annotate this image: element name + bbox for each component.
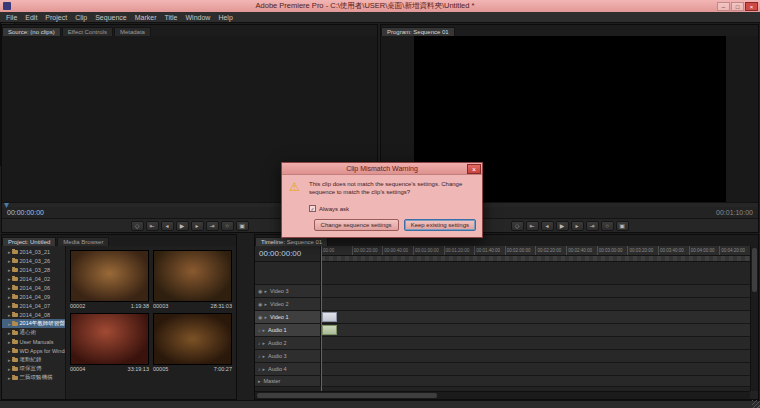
track-content[interactable]: [321, 311, 750, 323]
bin-tree-item[interactable]: WD Apps for Windows: [2, 346, 65, 355]
twirl-icon[interactable]: [8, 285, 11, 291]
collapse-track-icon[interactable]: [264, 288, 267, 294]
track-header[interactable]: Audio 4: [255, 363, 321, 375]
collapse-track-icon[interactable]: [264, 314, 267, 320]
bin-tree-item[interactable]: 通心術: [2, 328, 65, 337]
resize-grip-icon[interactable]: [752, 400, 760, 408]
track-row-video-2[interactable]: Video 2: [255, 298, 750, 311]
tab-project[interactable]: Project: Untitled: [2, 237, 56, 246]
minimize-button[interactable]: –: [717, 2, 730, 11]
menu-help[interactable]: Help: [214, 14, 236, 21]
twirl-icon[interactable]: [8, 267, 11, 273]
clip-thumbnail[interactable]: [70, 313, 149, 365]
track-row-video-3[interactable]: Video 3: [255, 285, 750, 298]
bin-tree-item[interactable]: 2014_04_08: [2, 310, 65, 319]
bin-tree-item[interactable]: 2014_04_06: [2, 283, 65, 292]
toggle-track-output-icon[interactable]: [258, 314, 262, 320]
toggle-track-output-icon[interactable]: [258, 301, 262, 307]
clip-item[interactable]: 00003 28:31:03: [153, 250, 232, 309]
twirl-icon[interactable]: [8, 348, 11, 354]
toggle-track-mute-icon[interactable]: [258, 340, 261, 346]
bin-tree-item[interactable]: 2014_04_09: [2, 292, 65, 301]
scrollbar-thumb[interactable]: [257, 393, 437, 398]
toggle-track-mute-icon[interactable]: [258, 366, 261, 372]
twirl-icon[interactable]: [8, 258, 11, 264]
timeline-video-clip[interactable]: [322, 312, 337, 322]
bin-tree-item[interactable]: 2014_04_07: [2, 301, 65, 310]
close-button[interactable]: ×: [745, 2, 758, 11]
toggle-track-output-icon[interactable]: [258, 288, 262, 294]
source-current-timecode[interactable]: 00:00:00:00: [7, 209, 44, 216]
twirl-icon[interactable]: [8, 321, 11, 327]
keep-existing-settings-button[interactable]: Keep existing settings: [404, 219, 476, 231]
menu-file[interactable]: File: [2, 14, 21, 21]
track-row-video-1[interactable]: Video 1: [255, 311, 750, 324]
menu-window[interactable]: Window: [181, 14, 214, 21]
twirl-icon[interactable]: [8, 249, 11, 255]
step-forward-button[interactable]: ▸: [191, 221, 204, 231]
twirl-icon[interactable]: [8, 366, 11, 372]
bin-tree-item[interactable]: 環保宣傳: [2, 364, 65, 373]
track-content[interactable]: [321, 363, 750, 375]
tab-media-browser[interactable]: Media Browser: [57, 237, 109, 246]
track-content[interactable]: [321, 298, 750, 310]
maximize-button[interactable]: □: [731, 2, 744, 11]
menu-clip[interactable]: Clip: [71, 14, 91, 21]
go-to-in-button[interactable]: ⇤: [526, 221, 539, 231]
change-sequence-settings-button[interactable]: Change sequence settings: [314, 219, 399, 231]
tab-metadata[interactable]: Metadata: [114, 27, 151, 36]
track-content[interactable]: [321, 376, 750, 386]
menu-marker[interactable]: Marker: [131, 14, 161, 21]
dialog-close-button[interactable]: ×: [467, 164, 481, 174]
collapse-track-icon[interactable]: [263, 353, 266, 359]
track-row-audio-1[interactable]: Audio 1: [255, 324, 750, 337]
bin-tree-item[interactable]: 2014_03_28: [2, 265, 65, 274]
track-header[interactable]: Audio 1: [255, 324, 321, 336]
track-content[interactable]: [321, 350, 750, 362]
twirl-icon[interactable]: [8, 294, 11, 300]
collapse-track-icon[interactable]: [258, 378, 261, 384]
twirl-icon[interactable]: [8, 303, 11, 309]
project-bin-tree[interactable]: 2014_03_21 2014_03_26 2014_03_28 2014_04…: [2, 246, 66, 399]
collapse-track-icon[interactable]: [264, 301, 267, 307]
export-frame-button[interactable]: ▣: [236, 221, 249, 231]
tab-program[interactable]: Program: Sequence 01: [381, 27, 455, 36]
menu-project[interactable]: Project: [41, 14, 71, 21]
go-to-in-button[interactable]: ⇤: [146, 221, 159, 231]
bin-tree-item-selected[interactable]: 2014年教師研習營心得: [2, 319, 65, 328]
bin-tree-item[interactable]: 2014_03_21: [2, 247, 65, 256]
collapse-track-icon[interactable]: [263, 366, 266, 372]
export-frame-button[interactable]: ▣: [616, 221, 629, 231]
clip-thumbnail[interactable]: [153, 313, 232, 365]
collapse-track-icon[interactable]: [263, 327, 266, 333]
timeline-vertical-scrollbar[interactable]: [750, 246, 758, 391]
collapse-track-icon[interactable]: [263, 340, 266, 346]
timeline-horizontal-scrollbar[interactable]: [255, 391, 750, 399]
always-ask-checkbox-row[interactable]: ✓ Always ask: [309, 205, 349, 212]
go-to-out-button[interactable]: ⇥: [206, 221, 219, 231]
clip-item[interactable]: 00002 1:19:38: [70, 250, 149, 309]
menu-edit[interactable]: Edit: [21, 14, 41, 21]
play-button[interactable]: ▶: [176, 221, 189, 231]
step-forward-button[interactable]: ▸: [571, 221, 584, 231]
timeline-timecode[interactable]: 00:00:00:00: [255, 246, 321, 262]
track-content[interactable]: [321, 337, 750, 349]
loop-button[interactable]: ○: [601, 221, 614, 231]
bin-tree-item[interactable]: User Manuals: [2, 337, 65, 346]
scrollbar-thumb[interactable]: [752, 248, 757, 292]
bin-tree-item[interactable]: 2014_03_26: [2, 256, 65, 265]
tab-effect-controls[interactable]: Effect Controls: [62, 27, 113, 36]
toggle-track-mute-icon[interactable]: [258, 327, 261, 333]
timeline-audio-clip[interactable]: [322, 325, 337, 335]
menu-title[interactable]: Title: [161, 14, 182, 21]
twirl-icon[interactable]: [8, 276, 11, 282]
track-header[interactable]: Video 3: [255, 285, 321, 297]
track-content[interactable]: [321, 285, 750, 297]
track-content[interactable]: [321, 324, 750, 336]
track-row-master[interactable]: Master: [255, 376, 750, 387]
track-header[interactable]: Video 1: [255, 311, 321, 323]
track-row-audio-2[interactable]: Audio 2: [255, 337, 750, 350]
play-button[interactable]: ▶: [556, 221, 569, 231]
step-back-button[interactable]: ◂: [541, 221, 554, 231]
dialog-titlebar[interactable]: Clip Mismatch Warning ×: [282, 163, 482, 175]
